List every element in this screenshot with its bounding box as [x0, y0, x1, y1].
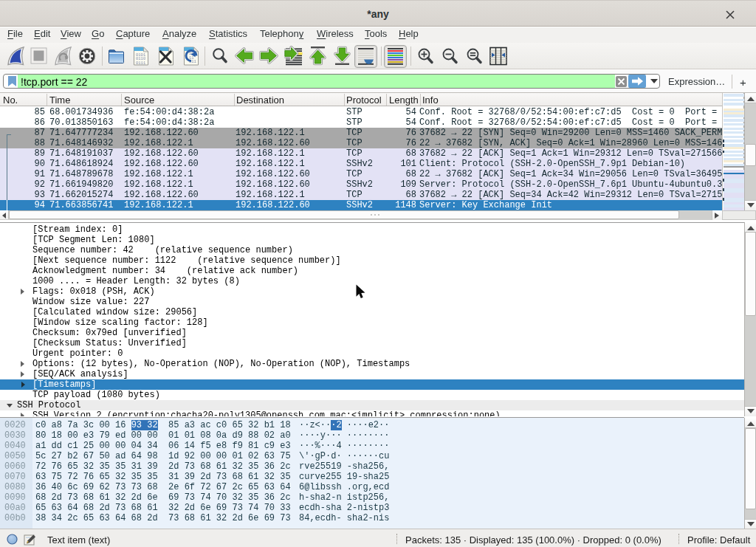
svg-text:0111: 0111	[136, 61, 146, 66]
